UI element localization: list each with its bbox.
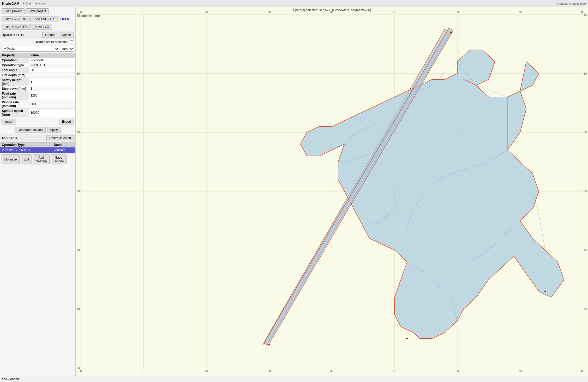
title-bar: KrabzCAM ★ Star ⊙ Issue © Marius Krabset… — [0, 0, 588, 7]
title-bar-left: KrabzCAM ★ Star ⊙ Issue — [2, 2, 46, 5]
save-gcode-button[interactable]: SaveG-code — [51, 154, 67, 164]
disable-arc-label: Disable arc interpolation — [35, 40, 68, 44]
delete-button[interactable]: Delete — [59, 32, 74, 38]
load-project-button[interactable]: Load project — [2, 8, 25, 14]
svg-dxf-row: Load SVG / DXF Add SVG / DXF HELP — [0, 15, 75, 23]
toolpaths-label: Toolpaths — [2, 136, 17, 140]
save-svg-button[interactable]: Save SVG — [32, 24, 52, 30]
left-panel: Load project Save project Load SVG / DXF… — [0, 7, 76, 376]
import-export-row: Import Export — [0, 117, 75, 126]
table-row: Safety height (mm)1 — [0, 78, 75, 86]
disable-arc-checkbox[interactable] — [70, 40, 73, 44]
save-project-button[interactable]: Save project — [26, 8, 49, 14]
import-button[interactable]: Import — [2, 119, 16, 124]
png-jpg-row: Load PNG / JPG Save SVG — [0, 23, 75, 31]
toolpath-actions: Optimize Edit Addcleanup SaveG-code — [0, 153, 75, 166]
load-png-jpg-button[interactable]: Load PNG / JPG — [2, 24, 31, 30]
toolpaths-header: Toolpaths Delete selected — [0, 134, 75, 142]
generate-toolpath-button[interactable]: Generate toolpath — [15, 127, 45, 133]
table-row: Step down (mm)1 — [0, 86, 75, 91]
edit-button[interactable]: Edit — [21, 154, 32, 164]
load-svg-dxf-button[interactable]: Load SVG / DXF — [2, 16, 31, 22]
table-row: Operation typeVPOCKET — [0, 63, 75, 68]
table-row: Plunge rate (mm/min)800 — [0, 100, 75, 109]
table-row: Spindle speed (rpm)10000 — [0, 109, 75, 117]
table-row: Feed rate (mm/min)1200 — [0, 91, 75, 100]
issue-button[interactable]: ⊙ Issue — [34, 2, 46, 5]
operation-select[interactable]: V-Pocket Pocket Outside Inside Engrave — [2, 46, 59, 52]
operations-header: Operations ⊟ Create Delete — [0, 31, 75, 39]
app-name: KrabzCAM — [2, 2, 19, 5]
collapse-icon[interactable]: ⊟ — [21, 33, 23, 37]
star-button[interactable]: ★ Star — [21, 2, 32, 5]
delete-selected-button[interactable]: Delete selected — [46, 135, 74, 141]
gen-apply-row: Generate toolpath Apply — [0, 126, 75, 134]
create-button[interactable]: Create — [42, 32, 57, 38]
canvas-area: 1 path(s) selected, segs=96 (closed=true… — [76, 7, 588, 376]
main-layout: Load project Save project Load SVG / DXF… — [0, 7, 588, 376]
properties-table: Property Value OperationV-PocketOperatio… — [0, 53, 75, 117]
copyright: © Marius Krabset 2020 — [556, 2, 586, 5]
table-row: Tool angle60 — [0, 68, 75, 73]
operation-select-row: V-Pocket Pocket Outside Inside Engrave m… — [0, 45, 75, 53]
unit-select[interactable]: mm inch — [60, 46, 74, 52]
value-col-header: Value — [29, 53, 75, 58]
property-col-header: Property — [0, 53, 29, 58]
optimize-button[interactable]: Optimize — [2, 154, 20, 164]
apply-button[interactable]: Apply — [47, 127, 61, 133]
table-row: OperationV-Pocket — [0, 58, 75, 63]
operations-label: Operations — [2, 33, 20, 37]
table-row: Flat depth (mm)5 — [0, 73, 75, 78]
status-bar: SVG loaded. — [0, 376, 588, 382]
help-button[interactable]: HELP — [60, 17, 69, 21]
toolpath-row[interactable]: V-PocketVPOCKETvpocket — [0, 147, 75, 153]
op-type-col-header: Operation Type — [0, 142, 52, 147]
toolpaths-table: Operation Type Name V-PocketVPOCKETvpock… — [0, 142, 75, 153]
add-cleanup-button[interactable]: Addcleanup — [33, 154, 50, 164]
export-button[interactable]: Export — [59, 119, 74, 124]
name-col-header: Name — [52, 142, 75, 147]
add-svg-dxf-button[interactable]: Add SVG / DXF — [32, 16, 59, 22]
main-canvas[interactable] — [76, 7, 588, 376]
clearance-label: Clearance: 2.8868 — [77, 14, 102, 18]
project-buttons-row: Load project Save project — [0, 7, 75, 15]
disable-arc-row: Disable arc interpolation — [0, 39, 75, 45]
status-text: SVG loaded. — [2, 377, 20, 381]
